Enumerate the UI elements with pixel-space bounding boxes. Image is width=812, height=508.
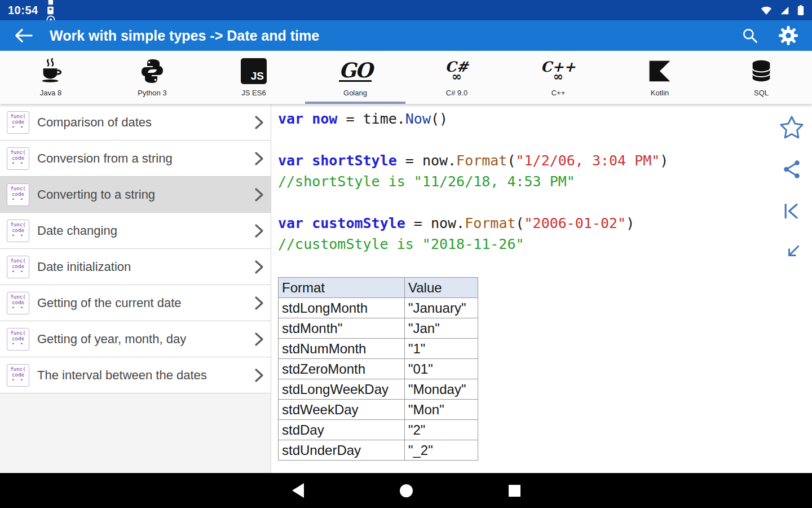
tab-c[interactable]: C++∞C++: [508, 51, 609, 104]
tab-label: JS ES6: [241, 89, 266, 97]
code-line: var now = time.Now(): [278, 108, 771, 129]
sidebar-item-label: Getting of the current date: [37, 296, 246, 310]
value-cell: "1": [405, 339, 478, 359]
sidebar-item-converting-to-a-string[interactable]: func(code• •Converting to a string: [0, 177, 271, 213]
signal-icon: [780, 6, 789, 15]
action-icon-column: [771, 104, 812, 473]
tab-js-es6[interactable]: JSJS ES6: [203, 51, 304, 104]
notification-icon-b: [46, 6, 55, 15]
table-row: stdLongWeekDay"Monday": [279, 379, 478, 400]
tab-label: Java 8: [40, 89, 61, 97]
value-cell: "Mon": [405, 400, 478, 420]
notification-icon-a: [46, 0, 55, 6]
clock: 10:54: [8, 4, 38, 17]
sql-icon: [748, 55, 774, 87]
content: func(code• •Comparison of datesfunc(code…: [0, 104, 812, 473]
sidebar-item-label: Converting to a string: [37, 187, 246, 202]
func-code-icon: func(code• •: [7, 147, 29, 170]
format-cell: stdDay: [279, 420, 405, 440]
home-icon[interactable]: [398, 482, 414, 499]
sidebar-item-the-interval-between-the-dates[interactable]: func(code• •The interval between the dat…: [0, 357, 271, 393]
format-cell: stdLongMonth: [279, 298, 405, 318]
sidebar-item-label: Comparison of dates: [37, 115, 246, 130]
topics-sidebar: func(code• •Comparison of datesfunc(code…: [0, 104, 271, 473]
android-nav-bar: [0, 473, 812, 508]
wifi-icon: [761, 6, 772, 15]
code-line: //customStyle is "2018-11-26": [278, 234, 771, 255]
chevron-right-icon: [254, 368, 264, 383]
sidebar-item-conversion-from-a-string[interactable]: func(code• •Conversion from a string: [0, 141, 271, 177]
chevron-right-icon: [254, 332, 264, 347]
tab-python-3[interactable]: Python 3: [102, 51, 203, 104]
value-cell: "January": [405, 298, 478, 318]
tab-label: SQL: [754, 89, 769, 97]
skip-to-start-icon[interactable]: [779, 198, 805, 224]
page-title: Work with simple types -> Date and time: [50, 28, 724, 44]
table-row: stdWeekDay"Mon": [279, 400, 478, 420]
cpp-icon: C++∞: [541, 55, 576, 87]
format-table: FormatValuestdLongMonth"January"stdMonth…: [278, 277, 478, 461]
tab-label: Python 3: [138, 89, 166, 97]
collapse-icon[interactable]: [779, 240, 805, 266]
format-cell: stdMonth": [279, 318, 405, 339]
tab-golang[interactable]: GOGolang: [304, 51, 406, 104]
sidebar-item-getting-of-the-current-date[interactable]: func(code• •Getting of the current date: [0, 285, 271, 321]
tab-label: Golang: [343, 89, 367, 97]
status-bar-right: [761, 5, 804, 16]
tab-label: C# 9.0: [446, 89, 467, 97]
code-line: var customStyle = now.Format("2006-01-02…: [278, 213, 771, 234]
js-icon: JS: [241, 55, 267, 87]
sidebar-item-label: Conversion from a string: [37, 151, 246, 166]
chevron-right-icon: [254, 296, 264, 310]
back-arrow-icon[interactable]: [11, 23, 36, 48]
chevron-right-icon: [254, 151, 264, 166]
table-row: stdNumMonth"1": [279, 339, 478, 359]
sidebar-item-getting-of-year-month-day[interactable]: func(code• •Getting of year, month, day: [0, 321, 271, 357]
func-code-icon: func(code• •: [7, 328, 29, 351]
favorite-icon[interactable]: [779, 115, 805, 141]
chevron-right-icon: [254, 115, 264, 130]
tab-sql[interactable]: SQL: [710, 51, 812, 104]
value-cell: "Monday": [405, 379, 478, 400]
code-line: var shortStyle = now.Format("1/2/06, 3:0…: [278, 150, 771, 171]
tab-kotlin[interactable]: Kotlin: [609, 51, 710, 104]
search-icon[interactable]: [738, 23, 762, 48]
language-tab-bar: Java 8 Python 3JSJS ES6GOGolangC#∞C# 9.0…: [0, 51, 812, 104]
func-code-icon: func(code• •: [7, 111, 29, 134]
gear-icon[interactable]: [776, 23, 801, 48]
table-row: stdMonth""Jan": [279, 318, 478, 339]
format-cell: stdWeekDay: [279, 400, 405, 420]
selected-tab-underline: [305, 102, 405, 104]
value-cell: "Jan": [405, 318, 478, 339]
table-row: stdDay"2": [279, 420, 478, 440]
code-line: [278, 192, 771, 213]
table-header-value: Value: [405, 278, 478, 298]
tab-java-8[interactable]: Java 8: [0, 51, 102, 104]
java-icon: [38, 55, 64, 87]
table-header-format: Format: [279, 278, 405, 298]
chevron-right-icon: [254, 224, 264, 238]
sidebar-item-comparison-of-dates[interactable]: func(code• •Comparison of dates: [0, 104, 271, 141]
code-line: [278, 129, 771, 150]
share-icon[interactable]: [779, 156, 805, 182]
tab-label: Kotlin: [651, 89, 669, 97]
table-row: stdZeroMonth"01": [279, 359, 478, 379]
tab-label: C++: [551, 89, 566, 97]
sidebar-item-label: The interval between the dates: [37, 368, 246, 383]
format-cell: stdZeroMonth: [279, 359, 405, 379]
value-cell: "01": [405, 359, 478, 379]
func-code-icon: func(code• •: [7, 292, 29, 314]
value-cell: "2": [405, 420, 478, 440]
main-panel: var now = time.Now() var shortStyle = no…: [271, 104, 771, 473]
chevron-right-icon: [254, 260, 264, 274]
table-row: stdLongMonth"January": [279, 298, 478, 318]
back-icon[interactable]: [289, 482, 306, 499]
python-icon: [139, 55, 166, 87]
func-code-icon: func(code• •: [7, 220, 29, 242]
sidebar-item-date-initialization[interactable]: func(code• •Date initialization: [0, 249, 271, 285]
tab-c-9-0[interactable]: C#∞C# 9.0: [406, 51, 508, 104]
format-cell: stdNumMonth: [279, 339, 405, 359]
recents-icon[interactable]: [506, 482, 523, 499]
func-code-icon: func(code• •: [7, 256, 29, 278]
sidebar-item-date-changing[interactable]: func(code• •Date changing: [0, 213, 271, 249]
